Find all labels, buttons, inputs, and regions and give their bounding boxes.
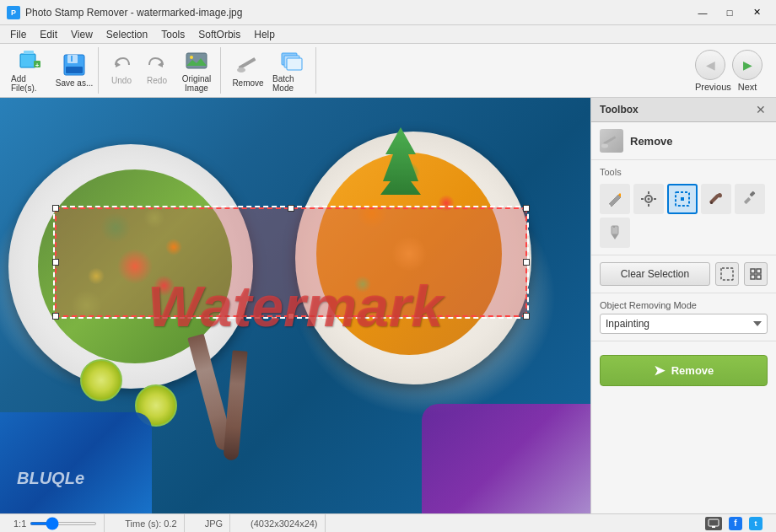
status-bar: 1:1 Time (s): 0.2 JPG (4032x3024x24) f t [0, 513, 776, 532]
pink-area [422, 404, 590, 513]
zoom-slider[interactable] [30, 522, 97, 525]
format-section: JPG [198, 514, 230, 532]
next-button[interactable]: ▶ [732, 50, 763, 80]
remove-action-button[interactable]: ➤ Remove [600, 355, 768, 386]
previous-label: Previous [695, 82, 725, 92]
svg-rect-32 [613, 226, 615, 228]
handle-bc[interactable] [288, 313, 294, 320]
batch-mode-label: Batch Mode [272, 74, 311, 93]
svg-point-21 [648, 198, 650, 201]
time-label: Time (s): 0.2 [125, 519, 176, 529]
selection-section: Clear Selection [591, 255, 776, 293]
previous-button[interactable]: ◀ [695, 50, 725, 80]
clear-selection-button[interactable]: Clear Selection [600, 262, 710, 286]
blue-cloth [0, 412, 152, 513]
remove-section-title: Remove [630, 135, 673, 148]
menu-softorbis[interactable]: SoftOrbis [191, 25, 247, 43]
lime-1 [80, 359, 122, 401]
menu-bar: File Edit View Selection Tools SoftOrbis… [0, 25, 776, 44]
food-image: BLUQLe Watermark [0, 98, 590, 513]
mini-select-button[interactable] [715, 262, 739, 286]
save-as-label: Save as... [56, 78, 93, 88]
zoom-section: 1:1 [7, 514, 105, 532]
toolbox-panel: Toolbox ✕ Remove Tools [590, 98, 776, 513]
original-image-label: Original Image [177, 74, 216, 93]
svg-rect-38 [709, 519, 719, 526]
svg-rect-23 [648, 204, 649, 207]
minimize-button[interactable]: — [690, 4, 715, 21]
pencil-tool-button[interactable] [600, 184, 630, 214]
redo-button[interactable]: Redo [141, 49, 173, 93]
menu-view[interactable]: View [64, 25, 100, 43]
add-files-label: Add File(s). [11, 74, 50, 93]
dimensions-section: (4032x3024x24) [244, 514, 326, 532]
mode-dropdown[interactable]: Inpainting Content-Aware Fill Smear [600, 314, 768, 334]
add-files-icon: + [19, 49, 42, 73]
menu-file[interactable]: File [3, 25, 33, 43]
redo-label: Redo [147, 76, 167, 85]
save-as-icon [62, 53, 86, 77]
toolbar-edit-group: Undo Redo Original Image [102, 47, 221, 94]
menu-selection[interactable]: Selection [100, 25, 154, 43]
undo-label: Undo [111, 76, 132, 85]
tools-row [600, 184, 768, 248]
selection-tool-button[interactable] [667, 184, 698, 214]
icon-monitor[interactable] [705, 517, 722, 530]
remove-icon [236, 53, 260, 77]
brush-tool-button[interactable] [633, 184, 664, 214]
original-image-icon [185, 49, 208, 73]
batch-mode-button[interactable]: Batch Mode [272, 49, 312, 93]
svg-rect-35 [757, 269, 761, 273]
svg-rect-27 [681, 197, 684, 201]
undo-button[interactable]: Undo [105, 49, 137, 93]
handle-tr[interactable] [523, 205, 530, 212]
svg-point-19 [601, 144, 608, 148]
maximize-button[interactable]: □ [717, 4, 742, 21]
handle-bl[interactable] [52, 313, 59, 320]
wrench-tool-button[interactable] [701, 184, 731, 214]
toolbox-title: Toolbox [600, 104, 639, 116]
nav-buttons: ◀ ▶ [695, 50, 763, 80]
window-controls: — □ ✕ [690, 4, 769, 21]
svg-rect-39 [712, 526, 715, 528]
remove-arrow-icon: ➤ [654, 363, 665, 379]
original-image-button[interactable]: Original Image [176, 49, 217, 93]
handle-tc[interactable] [288, 205, 294, 212]
svg-rect-17 [287, 58, 302, 70]
svg-rect-29 [744, 197, 751, 204]
mini-expand-button[interactable] [744, 262, 768, 286]
save-as-button[interactable]: Save as... [54, 49, 94, 93]
batch-mode-icon [280, 49, 304, 73]
svg-point-11 [190, 56, 193, 59]
handle-br[interactable] [523, 313, 530, 320]
toolbox-close-button[interactable]: ✕ [754, 103, 768, 116]
handle-mr[interactable] [523, 259, 530, 266]
svg-rect-6 [66, 67, 83, 73]
undo-icon [112, 56, 131, 74]
nav-labels: Previous Next [695, 82, 763, 92]
handle-tl[interactable] [52, 205, 59, 212]
stamp-tool-button[interactable] [735, 184, 765, 214]
title-bar: P Photo Stamp Remover - watermarked-imag… [0, 0, 776, 25]
svg-rect-34 [751, 269, 755, 273]
svg-rect-24 [641, 198, 644, 200]
menu-edit[interactable]: Edit [33, 25, 64, 43]
watermark-selection[interactable] [55, 207, 527, 317]
canvas-area[interactable]: BLUQLe Watermark [0, 98, 590, 513]
svg-point-14 [237, 67, 245, 73]
add-files-button[interactable]: + Add File(s). [10, 49, 51, 93]
svg-marker-8 [116, 62, 121, 67]
menu-tools[interactable]: Tools [154, 25, 191, 43]
handle-ml[interactable] [52, 259, 59, 266]
remove-button[interactable]: Remove [228, 49, 268, 93]
svg-text:+: + [35, 62, 40, 69]
tools-section-title: Tools [600, 167, 768, 177]
menu-help[interactable]: Help [247, 25, 282, 43]
zoom-level: 1:1 [13, 519, 26, 529]
icon-facebook[interactable]: f [729, 517, 742, 530]
toolbar-remove-group: Remove Batch Mode [224, 47, 316, 94]
svg-rect-7 [71, 56, 73, 62]
icon-twitter[interactable]: t [749, 517, 763, 530]
eraser-tool-button[interactable] [600, 218, 630, 248]
close-button[interactable]: ✕ [744, 4, 769, 21]
